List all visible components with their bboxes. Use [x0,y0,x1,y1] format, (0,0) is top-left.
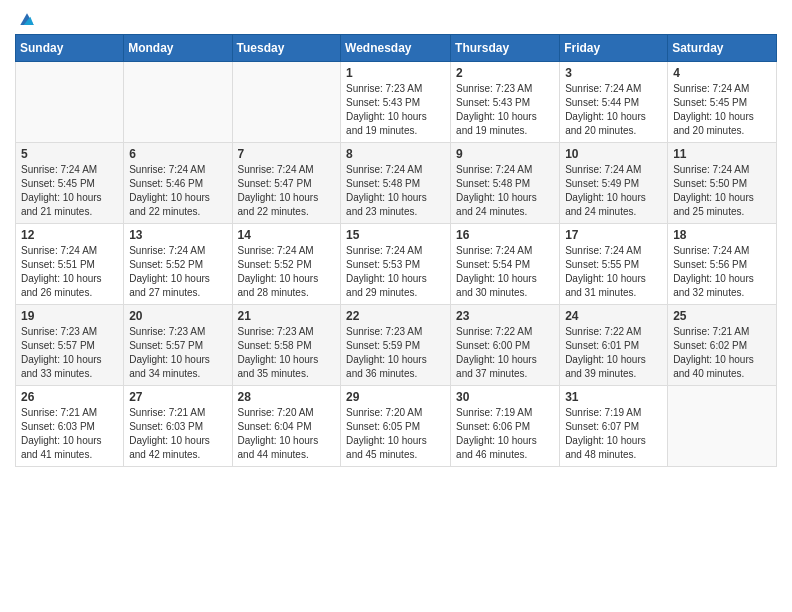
calendar-cell: 18Sunrise: 7:24 AM Sunset: 5:56 PM Dayli… [668,224,777,305]
calendar-cell: 4Sunrise: 7:24 AM Sunset: 5:45 PM Daylig… [668,62,777,143]
day-info: Sunrise: 7:24 AM Sunset: 5:56 PM Dayligh… [673,244,771,300]
weekday-header-row: SundayMondayTuesdayWednesdayThursdayFrid… [16,35,777,62]
calendar: SundayMondayTuesdayWednesdayThursdayFrid… [15,34,777,467]
calendar-cell [16,62,124,143]
calendar-week-row: 19Sunrise: 7:23 AM Sunset: 5:57 PM Dayli… [16,305,777,386]
calendar-cell: 17Sunrise: 7:24 AM Sunset: 5:55 PM Dayli… [560,224,668,305]
calendar-cell: 9Sunrise: 7:24 AM Sunset: 5:48 PM Daylig… [451,143,560,224]
day-number: 7 [238,147,336,161]
weekday-header-wednesday: Wednesday [341,35,451,62]
day-info: Sunrise: 7:19 AM Sunset: 6:06 PM Dayligh… [456,406,554,462]
day-number: 15 [346,228,445,242]
calendar-cell: 15Sunrise: 7:24 AM Sunset: 5:53 PM Dayli… [341,224,451,305]
calendar-cell: 13Sunrise: 7:24 AM Sunset: 5:52 PM Dayli… [124,224,232,305]
calendar-cell: 11Sunrise: 7:24 AM Sunset: 5:50 PM Dayli… [668,143,777,224]
calendar-cell: 24Sunrise: 7:22 AM Sunset: 6:01 PM Dayli… [560,305,668,386]
day-number: 31 [565,390,662,404]
day-info: Sunrise: 7:21 AM Sunset: 6:02 PM Dayligh… [673,325,771,381]
day-number: 8 [346,147,445,161]
day-number: 22 [346,309,445,323]
calendar-cell [232,62,341,143]
weekday-header-sunday: Sunday [16,35,124,62]
calendar-cell: 22Sunrise: 7:23 AM Sunset: 5:59 PM Dayli… [341,305,451,386]
calendar-cell: 19Sunrise: 7:23 AM Sunset: 5:57 PM Dayli… [16,305,124,386]
day-info: Sunrise: 7:23 AM Sunset: 5:58 PM Dayligh… [238,325,336,381]
day-number: 18 [673,228,771,242]
day-number: 3 [565,66,662,80]
day-info: Sunrise: 7:24 AM Sunset: 5:46 PM Dayligh… [129,163,226,219]
day-info: Sunrise: 7:23 AM Sunset: 5:43 PM Dayligh… [456,82,554,138]
day-number: 13 [129,228,226,242]
weekday-header-saturday: Saturday [668,35,777,62]
day-number: 24 [565,309,662,323]
calendar-cell: 25Sunrise: 7:21 AM Sunset: 6:02 PM Dayli… [668,305,777,386]
day-number: 16 [456,228,554,242]
calendar-cell [124,62,232,143]
day-number: 2 [456,66,554,80]
day-number: 19 [21,309,118,323]
calendar-cell: 2Sunrise: 7:23 AM Sunset: 5:43 PM Daylig… [451,62,560,143]
day-number: 27 [129,390,226,404]
day-info: Sunrise: 7:19 AM Sunset: 6:07 PM Dayligh… [565,406,662,462]
calendar-week-row: 1Sunrise: 7:23 AM Sunset: 5:43 PM Daylig… [16,62,777,143]
day-number: 30 [456,390,554,404]
calendar-cell: 8Sunrise: 7:24 AM Sunset: 5:48 PM Daylig… [341,143,451,224]
calendar-cell: 16Sunrise: 7:24 AM Sunset: 5:54 PM Dayli… [451,224,560,305]
calendar-cell: 5Sunrise: 7:24 AM Sunset: 5:45 PM Daylig… [16,143,124,224]
day-info: Sunrise: 7:20 AM Sunset: 6:05 PM Dayligh… [346,406,445,462]
day-info: Sunrise: 7:24 AM Sunset: 5:49 PM Dayligh… [565,163,662,219]
day-info: Sunrise: 7:24 AM Sunset: 5:55 PM Dayligh… [565,244,662,300]
day-info: Sunrise: 7:24 AM Sunset: 5:48 PM Dayligh… [346,163,445,219]
weekday-header-friday: Friday [560,35,668,62]
logo [15,10,37,26]
day-info: Sunrise: 7:24 AM Sunset: 5:53 PM Dayligh… [346,244,445,300]
header [15,10,777,26]
calendar-week-row: 26Sunrise: 7:21 AM Sunset: 6:03 PM Dayli… [16,386,777,467]
day-info: Sunrise: 7:20 AM Sunset: 6:04 PM Dayligh… [238,406,336,462]
day-info: Sunrise: 7:23 AM Sunset: 5:57 PM Dayligh… [129,325,226,381]
day-info: Sunrise: 7:22 AM Sunset: 6:01 PM Dayligh… [565,325,662,381]
day-number: 23 [456,309,554,323]
day-info: Sunrise: 7:24 AM Sunset: 5:47 PM Dayligh… [238,163,336,219]
day-info: Sunrise: 7:24 AM Sunset: 5:45 PM Dayligh… [673,82,771,138]
day-info: Sunrise: 7:23 AM Sunset: 5:57 PM Dayligh… [21,325,118,381]
day-number: 26 [21,390,118,404]
day-number: 4 [673,66,771,80]
day-number: 17 [565,228,662,242]
calendar-cell: 23Sunrise: 7:22 AM Sunset: 6:00 PM Dayli… [451,305,560,386]
day-info: Sunrise: 7:24 AM Sunset: 5:54 PM Dayligh… [456,244,554,300]
day-info: Sunrise: 7:24 AM Sunset: 5:50 PM Dayligh… [673,163,771,219]
calendar-cell: 10Sunrise: 7:24 AM Sunset: 5:49 PM Dayli… [560,143,668,224]
weekday-header-tuesday: Tuesday [232,35,341,62]
day-number: 21 [238,309,336,323]
day-info: Sunrise: 7:21 AM Sunset: 6:03 PM Dayligh… [129,406,226,462]
calendar-cell: 14Sunrise: 7:24 AM Sunset: 5:52 PM Dayli… [232,224,341,305]
weekday-header-monday: Monday [124,35,232,62]
calendar-cell: 27Sunrise: 7:21 AM Sunset: 6:03 PM Dayli… [124,386,232,467]
calendar-week-row: 12Sunrise: 7:24 AM Sunset: 5:51 PM Dayli… [16,224,777,305]
calendar-cell: 28Sunrise: 7:20 AM Sunset: 6:04 PM Dayli… [232,386,341,467]
weekday-header-thursday: Thursday [451,35,560,62]
calendar-cell: 30Sunrise: 7:19 AM Sunset: 6:06 PM Dayli… [451,386,560,467]
calendar-week-row: 5Sunrise: 7:24 AM Sunset: 5:45 PM Daylig… [16,143,777,224]
day-number: 12 [21,228,118,242]
day-number: 14 [238,228,336,242]
day-number: 29 [346,390,445,404]
calendar-cell: 3Sunrise: 7:24 AM Sunset: 5:44 PM Daylig… [560,62,668,143]
calendar-cell: 29Sunrise: 7:20 AM Sunset: 6:05 PM Dayli… [341,386,451,467]
day-number: 9 [456,147,554,161]
day-number: 25 [673,309,771,323]
day-number: 1 [346,66,445,80]
day-number: 11 [673,147,771,161]
calendar-cell: 31Sunrise: 7:19 AM Sunset: 6:07 PM Dayli… [560,386,668,467]
day-info: Sunrise: 7:24 AM Sunset: 5:52 PM Dayligh… [238,244,336,300]
day-info: Sunrise: 7:22 AM Sunset: 6:00 PM Dayligh… [456,325,554,381]
calendar-cell: 20Sunrise: 7:23 AM Sunset: 5:57 PM Dayli… [124,305,232,386]
day-info: Sunrise: 7:24 AM Sunset: 5:48 PM Dayligh… [456,163,554,219]
day-number: 6 [129,147,226,161]
calendar-cell: 26Sunrise: 7:21 AM Sunset: 6:03 PM Dayli… [16,386,124,467]
day-info: Sunrise: 7:23 AM Sunset: 5:59 PM Dayligh… [346,325,445,381]
calendar-cell [668,386,777,467]
calendar-cell: 12Sunrise: 7:24 AM Sunset: 5:51 PM Dayli… [16,224,124,305]
calendar-cell: 21Sunrise: 7:23 AM Sunset: 5:58 PM Dayli… [232,305,341,386]
